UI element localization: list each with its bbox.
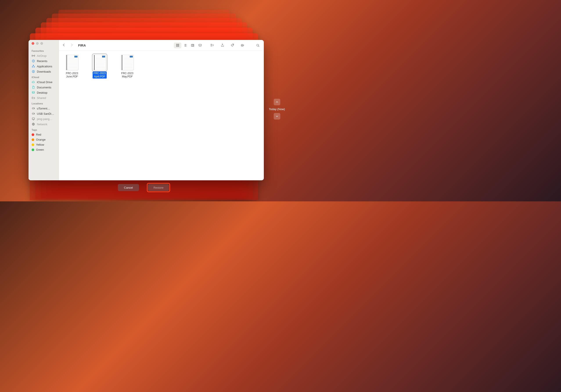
group-by-button[interactable] (209, 42, 215, 48)
cloud-icon (32, 80, 35, 84)
sidebar-item-label: Green (36, 148, 44, 151)
timeline-label: Today (Now) (269, 107, 285, 111)
svg-point-7 (34, 113, 34, 114)
sidebar-item-label: Red (36, 133, 41, 136)
sidebar-section-locations: Locations (29, 100, 59, 106)
desktop-icon (32, 91, 35, 94)
disk-icon (32, 112, 35, 115)
sidebar-item-downloads[interactable]: Downloads (29, 69, 59, 74)
sidebar-item-recents[interactable]: Recents (29, 58, 59, 64)
svg-point-18 (233, 44, 233, 45)
file-label: FRC-2023May.PDF (120, 72, 134, 79)
sidebar-item-label: Applications (37, 65, 52, 68)
sidebar-tag-red[interactable]: Red (29, 132, 59, 137)
view-columns-button[interactable] (189, 42, 196, 48)
sidebar-item-documents[interactable]: Documents (29, 85, 59, 90)
pdf-thumbnail-icon (66, 55, 78, 70)
view-gallery-button[interactable] (196, 42, 204, 48)
nav-back-button[interactable] (62, 43, 66, 48)
svg-point-23 (257, 44, 259, 46)
airdrop-icon (32, 54, 35, 57)
svg-rect-12 (176, 46, 177, 46)
svg-rect-14 (191, 44, 194, 46)
sidebar-item-label: uTorrent… (37, 107, 50, 110)
view-switcher (174, 42, 204, 48)
nav-forward-button[interactable] (70, 43, 74, 48)
share-button[interactable] (219, 42, 225, 48)
finder-sidebar: Favourites AirDrop Recents Applications … (29, 40, 59, 180)
tag-dot-icon (32, 148, 34, 151)
timeline-controls: Today (Now) (269, 99, 285, 119)
sidebar-tag-yellow[interactable]: Yellow (29, 142, 59, 147)
restore-button-highlight: Restore (147, 183, 170, 192)
file-item[interactable]: FRC-2023May.PDF (118, 55, 137, 79)
window-maximize-button[interactable] (40, 42, 43, 45)
pdf-thumbnail-icon (121, 55, 134, 70)
file-label: FRC-2023June.PDF (65, 72, 79, 79)
file-item[interactable]: FRC-2023June.PDF (62, 55, 82, 79)
sidebar-item-label: Yellow (36, 143, 44, 146)
finder-toolbar: FIRA (59, 40, 264, 51)
view-icons-button[interactable] (174, 42, 181, 48)
svg-rect-15 (199, 44, 201, 46)
sidebar-item-label: Recents (37, 59, 47, 63)
file-item[interactable]: FRC-2023April.PDF (90, 55, 109, 79)
view-list-button[interactable] (181, 42, 189, 48)
sidebar-item-icloud-drive[interactable]: iCloud Drive (29, 79, 59, 85)
svg-rect-10 (176, 44, 177, 45)
bottom-button-bar: Cancel Restore (118, 183, 170, 192)
svg-point-5 (34, 108, 34, 108)
cancel-button[interactable]: Cancel (118, 184, 139, 191)
sidebar-section-icloud: iCloud (29, 74, 59, 79)
actions-button[interactable] (240, 42, 245, 48)
tag-dot-icon (32, 143, 34, 146)
sidebar-item-shared[interactable]: Shared (29, 95, 59, 100)
sidebar-tag-green[interactable]: Green (29, 147, 59, 152)
sidebar-item-label: Documents (37, 86, 51, 89)
svg-rect-16 (211, 44, 212, 45)
sidebar-item-label: Downloads (37, 70, 51, 73)
svg-rect-3 (32, 92, 35, 93)
window-close-button[interactable] (32, 42, 34, 45)
sidebar-item-utorrent[interactable]: uTorrent… (29, 106, 59, 111)
globe-icon (32, 122, 35, 126)
clock-icon (32, 59, 35, 63)
svg-rect-8 (32, 118, 35, 119)
disk-icon (32, 107, 35, 110)
svg-point-20 (242, 45, 242, 45)
timeline-down-button[interactable] (274, 113, 280, 119)
sidebar-item-label: AirDrop (37, 54, 46, 57)
tags-button[interactable] (230, 42, 235, 48)
window-minimize-button[interactable] (36, 42, 39, 45)
search-button[interactable] (255, 42, 261, 48)
sidebar-item-label: ping-pang… (37, 117, 53, 121)
svg-rect-17 (211, 45, 212, 46)
applications-icon (32, 64, 35, 68)
sidebar-item-usb[interactable]: USB SanDi… (29, 111, 59, 116)
tag-dot-icon (32, 133, 34, 136)
svg-point-0 (33, 55, 34, 56)
document-icon (32, 85, 35, 89)
svg-rect-13 (178, 46, 179, 46)
sidebar-item-label: Desktop (37, 91, 47, 94)
finder-window: Favourites AirDrop Recents Applications … (29, 40, 264, 180)
sidebar-tag-orange[interactable]: Orange (29, 137, 59, 142)
sidebar-item-label: iCloud Drive (37, 81, 53, 84)
sidebar-item-label: Orange (36, 138, 45, 141)
sidebar-item-network[interactable]: Network (29, 122, 59, 127)
files-area[interactable]: FRC-2023June.PDF FRC-2023April.PDF FRC-2… (59, 51, 264, 180)
svg-rect-11 (178, 44, 179, 45)
sidebar-item-ping-pang[interactable]: ping-pang… (29, 116, 59, 122)
sidebar-item-label: Network (37, 123, 47, 126)
sidebar-item-label: USB SanDi… (37, 112, 54, 115)
sidebar-item-desktop[interactable]: Desktop (29, 90, 59, 95)
restore-button[interactable]: Restore (148, 184, 169, 191)
tag-dot-icon (32, 138, 34, 141)
pdf-thumbnail-icon (93, 55, 106, 70)
display-icon (32, 117, 35, 121)
timeline-up-button[interactable] (274, 99, 280, 105)
shared-folder-icon (32, 96, 35, 100)
sidebar-item-airdrop[interactable]: AirDrop (29, 53, 59, 58)
sidebar-item-applications[interactable]: Applications (29, 64, 59, 69)
svg-point-21 (242, 45, 242, 45)
